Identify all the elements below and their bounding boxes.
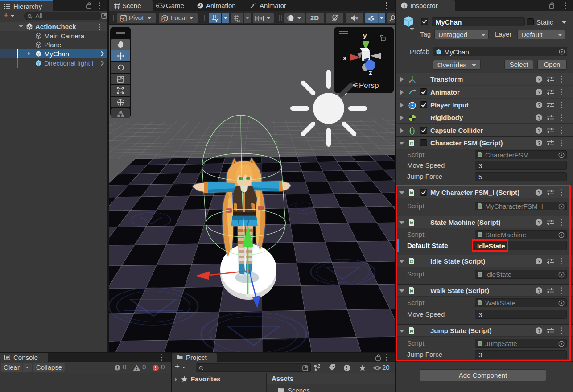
svg-text:?: ?: [537, 140, 540, 146]
svg-text:?: ?: [537, 77, 540, 82]
svg-text:?: ?: [537, 128, 540, 133]
svg-text:?: ?: [537, 90, 540, 95]
svg-text:x: x: [343, 54, 347, 62]
svg-text:y: y: [363, 32, 367, 39]
svg-text:Persp: Persp: [359, 81, 379, 90]
svg-text:z: z: [369, 69, 372, 76]
svg-text:?: ?: [537, 115, 540, 120]
svg-text:Y: Y: [215, 18, 218, 22]
svg-text:?: ?: [537, 103, 540, 108]
